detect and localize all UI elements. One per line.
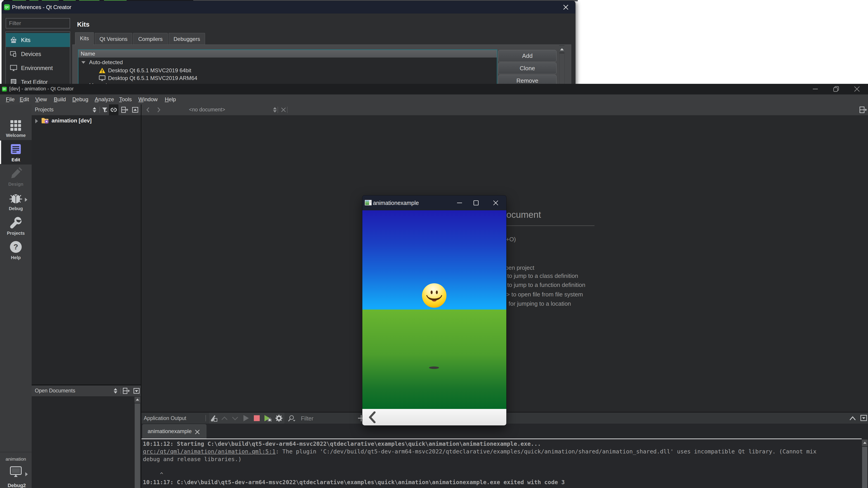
close-icon[interactable] xyxy=(492,199,499,206)
hint-line: to jump to a class definition xyxy=(507,272,578,280)
restore-icon[interactable] xyxy=(833,86,839,92)
preferences-filter-input[interactable]: Filter xyxy=(6,18,70,29)
clone-button[interactable]: Clone xyxy=(498,62,557,74)
preferences-titlebar[interactable]: QC Preferences - Qt Creator xyxy=(2,1,575,13)
link-with-editor-button[interactable] xyxy=(109,104,119,115)
filter-output-icon[interactable] xyxy=(288,415,296,422)
output-splitter[interactable] xyxy=(142,438,862,439)
expanded-icon[interactable] xyxy=(81,61,86,64)
category-devices[interactable]: Devices xyxy=(6,47,70,61)
open-documents-title[interactable]: Open Documents xyxy=(35,388,75,394)
console-link[interactable]: qrc:/qt/qml/animation/animation.qml:5:1 xyxy=(143,448,276,455)
split-pane-icon[interactable] xyxy=(121,107,128,113)
collapse-output-icon[interactable] xyxy=(860,415,867,421)
run-debug-icon[interactable] xyxy=(264,415,272,422)
next-item-icon[interactable] xyxy=(231,416,239,421)
mode-selector: Welcome Edit Design xyxy=(0,104,32,488)
kit-menu-arrow[interactable] xyxy=(25,472,28,476)
menu-help[interactable]: Help xyxy=(165,94,176,104)
output-filter-label[interactable]: Filter xyxy=(301,415,313,422)
close-pane-icon[interactable] xyxy=(133,388,140,394)
add-button[interactable]: Add xyxy=(498,50,557,62)
projects-pane-title[interactable]: Projects xyxy=(35,107,54,113)
tab-kits[interactable]: Kits xyxy=(75,32,94,45)
mode-label: Help xyxy=(0,255,32,260)
split-editor-icon[interactable] xyxy=(860,106,867,113)
mode-help[interactable]: ? Help xyxy=(0,238,32,262)
welcome-icon xyxy=(8,118,23,132)
document-selector[interactable]: <no document> xyxy=(160,107,254,113)
scrollbar-handle[interactable] xyxy=(862,447,867,488)
menu-debug[interactable]: Debug xyxy=(72,94,88,104)
hint-line: pen project xyxy=(505,264,534,271)
toolbox-icon xyxy=(9,36,18,44)
mode-projects[interactable]: Projects xyxy=(0,214,32,238)
menu-tools[interactable]: Tools xyxy=(119,94,132,104)
back-icon[interactable] xyxy=(145,107,151,113)
pane-combo-arrows-icon[interactable] xyxy=(113,388,118,394)
settings-gear-icon[interactable] xyxy=(275,414,283,422)
smiley-face[interactable] xyxy=(422,283,447,308)
menu-analyze[interactable]: Analyze xyxy=(95,94,114,104)
scrollbar-handle[interactable] xyxy=(135,403,140,488)
category-environment[interactable]: Environment xyxy=(6,61,70,75)
close-icon[interactable] xyxy=(854,86,860,92)
stop-icon[interactable] xyxy=(254,415,260,421)
pane-combo-arrows-icon[interactable] xyxy=(92,107,97,113)
output-tabrow: animationexample xyxy=(142,424,868,438)
output-tab-animationexample[interactable]: animationexample xyxy=(143,424,206,439)
menu-edit[interactable]: Edit xyxy=(20,94,29,104)
mode-debug[interactable]: Debug xyxy=(0,189,32,213)
menubar: File Edit View Build Debug Analyze Tools… xyxy=(0,94,868,104)
tab-qt-versions[interactable]: Qt Versions xyxy=(95,33,132,45)
close-tab-icon[interactable] xyxy=(194,429,200,435)
expander-icon[interactable] xyxy=(35,119,38,123)
kit-row[interactable]: Desktop Qt 6.5.1 MSVC2019 64bit xyxy=(79,67,497,74)
close-document-icon[interactable] xyxy=(280,107,287,113)
tab-compilers[interactable]: Compilers xyxy=(133,33,168,45)
scroll-up-button[interactable] xyxy=(862,440,868,446)
debug-menu-arrow[interactable] xyxy=(25,198,27,202)
mode-welcome[interactable]: Welcome xyxy=(0,116,32,140)
minimize-icon[interactable] xyxy=(456,199,463,206)
kit-label: Desktop Qt 6.5.1 MSVC2019 ARM64 xyxy=(108,74,197,82)
mode-design: Design xyxy=(0,164,32,189)
split-pane-icon[interactable] xyxy=(123,388,130,394)
close-icon[interactable] xyxy=(562,3,570,11)
project-tree-root[interactable]: animation [dev] xyxy=(32,116,141,126)
document-combo-arrows-icon[interactable] xyxy=(272,107,278,113)
mode-label: Edit xyxy=(0,157,32,162)
menu-file[interactable]: File xyxy=(6,94,15,104)
category-kits[interactable]: Kits xyxy=(6,33,70,47)
maximize-icon[interactable] xyxy=(473,199,479,206)
filter-icon[interactable] xyxy=(102,107,108,113)
back-arrow-icon[interactable] xyxy=(368,412,377,423)
previous-item-icon[interactable] xyxy=(220,416,228,421)
scrollbar-handle[interactable] xyxy=(559,54,564,86)
menu-view[interactable]: View xyxy=(35,94,47,104)
run-target-icon[interactable] xyxy=(10,466,22,480)
collapse-pane-icon[interactable] xyxy=(132,107,138,113)
kit-row[interactable]: Desktop Qt 6.5.1 MSVC2019 ARM64 xyxy=(79,74,497,82)
console-output[interactable]: 10:11:12: Starting C:\dev\build\qt5-dev-… xyxy=(143,440,860,488)
kits-page-scrollbar[interactable] xyxy=(559,45,564,86)
open-documents-scrollbar[interactable] xyxy=(134,397,141,488)
console-scrollbar[interactable] xyxy=(862,439,868,488)
app-titlebar[interactable]: animationexample xyxy=(362,195,506,210)
environment-icon xyxy=(9,64,18,72)
kit-group-row[interactable]: Auto-detected xyxy=(79,59,497,66)
main-titlebar[interactable]: QC [dev] - animation - Qt Creator xyxy=(0,84,868,94)
menu-window[interactable]: Window xyxy=(138,94,158,104)
mode-edit[interactable]: Edit xyxy=(0,140,32,164)
clear-output-icon[interactable] xyxy=(211,415,218,422)
minimize-icon[interactable] xyxy=(812,86,819,92)
maximize-output-icon[interactable] xyxy=(848,416,857,421)
menu-build[interactable]: Build xyxy=(54,94,66,104)
tab-debuggers[interactable]: Debuggers xyxy=(168,33,205,45)
scroll-up-button[interactable] xyxy=(134,397,141,402)
hint-shortcut-fragment: +O) xyxy=(506,236,516,243)
run-icon[interactable] xyxy=(243,415,249,422)
scroll-up-button[interactable] xyxy=(559,46,564,52)
kits-table-header[interactable]: Name xyxy=(79,50,497,58)
ground-gradient xyxy=(362,310,506,409)
